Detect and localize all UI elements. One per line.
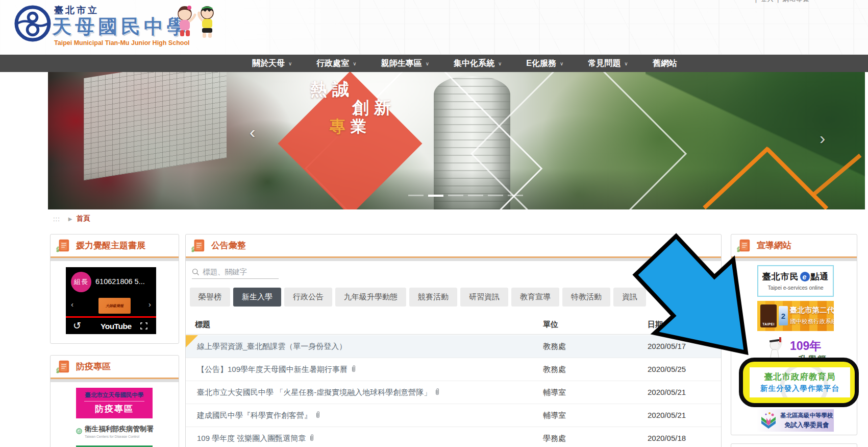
nav-item[interactable]: 親師生專區 ∨ (369, 55, 441, 72)
banner-committee-line2: 免試入學委員會 (780, 421, 833, 430)
hero-overlay-triangle (646, 72, 865, 184)
carousel-indicator[interactable] (448, 195, 463, 196)
book-icon (56, 360, 71, 374)
school-title-english: Taipei Municipal Tian-Mu Junior High Sch… (54, 39, 190, 46)
cdc-logo-icon (76, 422, 82, 440)
announcement-tab[interactable]: 榮譽榜 (190, 288, 230, 307)
cdc-name: 衛生福利部疾病管制署 (85, 425, 154, 434)
banner-school-admin-text: 臺北市第二代 國中校務行政系統 (790, 305, 834, 325)
accessibility-marker[interactable]: ::: (53, 215, 60, 223)
cdc-banner[interactable]: 衛生福利部疾病管制署 Taiwan Centers for Disease Co… (76, 422, 154, 440)
committee-logo-icon (759, 411, 778, 430)
breadcrumb-home-link[interactable]: 首頁 (77, 214, 90, 223)
row-unit: 輔導室 (543, 411, 566, 420)
banner-eservices[interactable]: 臺北市民 e 點通 Taipei e-services online (757, 265, 834, 297)
main-nav: 關於天母 ∨ 行政處室 ∨ 親師生專區 ∨ 集中化系統 ∨ (0, 55, 868, 72)
banner-placement-platform[interactable]: 臺北市政府教育局 新生分發入學作業平台 (750, 367, 850, 397)
announcement-tab[interactable]: 教育宣導 (511, 288, 559, 307)
table-row[interactable]: 臺北市立大安國民中學 「火星任務-虛擬實境融入地球科學創意營隊」 輔導室 202… (186, 381, 721, 404)
school-logo-icon (13, 4, 52, 43)
youtube-embed[interactable]: 組長 610621806 5... 大師級簡報 ‹ › ↺ YouTube (66, 267, 156, 334)
chevron-down-icon: ∨ (426, 61, 429, 66)
nav-item[interactable]: E化服務 ∨ (514, 55, 576, 72)
announcement-tab[interactable]: 競賽活動 (409, 288, 457, 307)
generation-2-icon: 2 (779, 306, 788, 325)
banner-eservices-part2: 點通 (811, 271, 829, 283)
announcement-tab[interactable]: 特教活動 (562, 288, 610, 307)
divider (84, 401, 144, 402)
youtube-next-icon[interactable]: › (148, 300, 151, 309)
youtube-thumbnail[interactable]: 大師級簡報 (98, 298, 131, 314)
chevron-down-icon: ∨ (624, 61, 628, 66)
carousel-indicator[interactable] (468, 195, 483, 196)
epidemic-banner[interactable]: 臺北市立天母國民中學 防疫專區 (76, 388, 153, 418)
nav-item-label: 舊網站 (653, 58, 677, 69)
cdc-text: 衛生福利部疾病管制署 Taiwan Centers for Disease Co… (85, 425, 154, 438)
nav-item[interactable]: 集中化系統 ∨ (441, 55, 514, 72)
replay-icon[interactable]: ↺ (73, 320, 81, 332)
search-input[interactable] (203, 268, 275, 276)
nav-item-label: 集中化系統 (454, 58, 494, 69)
attachment-icon (351, 365, 357, 373)
book-icon (191, 239, 206, 253)
carousel-indicator[interactable] (408, 195, 424, 196)
row-title: 109 學年度 弦樂團入團甄選簡章 (197, 434, 315, 443)
banner-eservices-subtitle: Taipei e-services online (758, 285, 833, 291)
utility-links[interactable]: │ 登入 │ 網站導覽 (754, 0, 861, 4)
row-date: 2020/05/17 (648, 342, 686, 350)
table-row[interactable]: 【公告】109學年度天母國中新生暑期行事曆 教務處 2020/05/25 (186, 358, 721, 381)
widget-book-fair-header: 媛力覺醒主題書展 (51, 234, 179, 258)
table-row[interactable]: 建成國民中學『科學實作創客營』 輔導室 2020/05/21 (186, 404, 721, 427)
youtube-prev-icon[interactable]: ‹ (71, 300, 73, 309)
announcements-header: 公告彙整 (186, 234, 721, 258)
announcement-tab[interactable]: 資訊 (613, 288, 646, 307)
youtube-channel-avatar[interactable]: 組長 (71, 272, 91, 292)
widget-book-fair-title: 媛力覺醒主題書展 (76, 240, 145, 251)
school-title: 天母國民中學 (52, 14, 190, 40)
row-title: 建成國民中學『科學實作創客營』 (197, 411, 321, 420)
site-header: 臺北市立 天母國民中學 Taipei Municipal Tian-Mu Jun… (0, 0, 868, 55)
chevron-down-icon: ∨ (288, 61, 292, 66)
book-icon (56, 239, 71, 253)
panel-announcements: 公告彙整 榮譽榜 新生入學 行政公告 九年級升學動態 競賽活動 研習資訊 (185, 234, 722, 447)
carousel-next-button[interactable]: › (820, 128, 825, 148)
youtube-video-title[interactable]: 610621806 5... (95, 277, 145, 286)
announcement-tab[interactable]: 行政公告 (284, 288, 332, 307)
nav-item[interactable]: 行政處室 ∨ (304, 55, 368, 72)
cdc-name-english: Taiwan Centers for Disease Control (85, 435, 154, 438)
column-unit: 單位 (543, 320, 558, 330)
chevron-down-icon: ∨ (498, 61, 502, 66)
banner-school-admin[interactable]: TAIPEI 2 臺北市第二代 國中校務行政系統 (757, 301, 834, 331)
announcement-tab[interactable]: 新生入學 (233, 288, 281, 307)
carousel-indicator[interactable] (488, 195, 503, 196)
nav-item[interactable]: 舊網站 ∨ (640, 55, 689, 72)
table-row[interactable]: 109 學年度 弦樂團入團甄選簡章 學務處 2020/05/18 (186, 427, 721, 447)
announcement-tab[interactable]: 研習資訊 (460, 288, 508, 307)
banner-admission-guide-line1: 109年 (790, 338, 821, 354)
nav-item[interactable]: 常見問題 ∨ (576, 55, 640, 72)
carousel-indicator[interactable] (508, 195, 523, 196)
announcements-title: 公告彙整 (211, 240, 246, 251)
announcement-tab[interactable]: 九年級升學動態 (335, 288, 406, 307)
taipei-logo: TAIPEI (760, 304, 777, 327)
nav-item-label: 行政處室 (316, 58, 349, 69)
main-nav-items: 關於天母 ∨ 行政處室 ∨ 親師生專區 ∨ 集中化系統 ∨ (240, 55, 689, 72)
row-title: 臺北市立大安國民中學 「火星任務-虛擬實境融入地球科學創意營隊」 (197, 388, 440, 397)
banner-committee[interactable]: 基北區高級中等學校 免試入學委員會 (757, 409, 834, 432)
carousel-prev-button[interactable]: ‹ (250, 122, 255, 142)
youtube-progress-bar[interactable] (66, 316, 156, 318)
table-row[interactable]: 線上學習資源_臺北酷課雲（單一身份登入） 教務處 2020/05/17 (186, 335, 721, 358)
nav-item[interactable]: 關於天母 ∨ (240, 55, 304, 72)
carousel-indicator-active[interactable] (428, 195, 443, 197)
youtube-logo[interactable]: YouTube (101, 322, 132, 331)
hero-slogan-line3-accent: 專 (330, 117, 351, 135)
banner-school-admin-line2: 國中校務行政系統 (790, 318, 834, 325)
banner-school-admin-line1: 臺北市第二代 (790, 305, 834, 315)
nav-item-label: 常見問題 (588, 58, 621, 69)
fullscreen-icon[interactable] (140, 322, 147, 330)
pinned-marker (186, 335, 198, 347)
mascots-illustration (172, 3, 221, 48)
nav-item-label: 關於天母 (252, 58, 285, 69)
search-icon (192, 268, 200, 276)
school-logo[interactable] (13, 4, 52, 43)
